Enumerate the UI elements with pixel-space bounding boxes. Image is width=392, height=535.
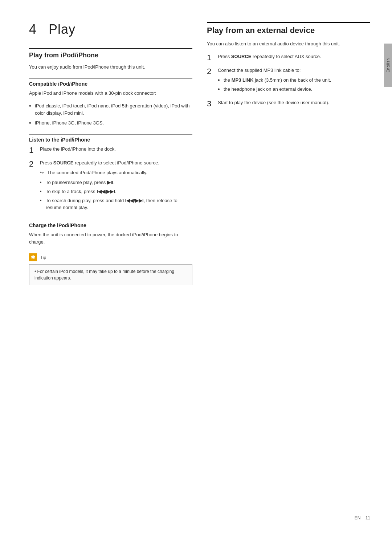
step-2-bold: SOURCE [53, 160, 74, 166]
arrow-text: The connected iPod/iPhone plays automati… [47, 169, 147, 176]
external-intro: You can also listen to an external audio… [207, 40, 370, 48]
sub-step-bullet-1: • To pause/resume play, press ▶II. [40, 179, 192, 187]
listen-steps: 1 Place the iPod/iPhone into the dock. 2… [29, 146, 192, 213]
subsection-charge: Charge the iPod/iPhone [29, 220, 192, 228]
step-number-2: 2 [29, 159, 40, 169]
right-column: Play from an external device You can als… [207, 22, 370, 513]
step-1-text: Place the iPod/iPhone into the dock. [40, 146, 116, 152]
ext-b1-prefix: the [224, 77, 232, 83]
ext-step-number-1: 1 [207, 53, 218, 62]
sub-b2-suffix: . [115, 189, 117, 194]
right-section-heading: Play from an external device [207, 22, 370, 35]
ext-step-3: 3 Start to play the device (see the devi… [207, 99, 370, 109]
compatible-intro: Apple iPod and iPhone models with a 30-p… [29, 90, 192, 97]
sub-bullet-2-text: To skip to a track, press I◀◀/▶▶I. [46, 188, 117, 195]
charge-intro: When the unit is connected to power, the… [29, 231, 192, 246]
tip-header: ✱ Tip [29, 253, 192, 261]
ext-step-3-content: Start to play the device (see the device… [218, 99, 370, 107]
subsection-listen: Listen to the iPod/iPhone [29, 134, 192, 143]
sub-b3-bold: I◀◀/▶▶I [125, 198, 144, 203]
list-item: • iPod classic, iPod touch, iPod nano, i… [29, 102, 192, 118]
tip-content: For certain iPod models, it may take up … [34, 269, 174, 281]
ext-step-2: 2 Connect the supplied MP3 link cable to… [207, 67, 370, 94]
ext-b1-bold: MP3 LINK [232, 77, 254, 83]
sub-step-arrow-item: ↪ The connected iPod/iPhone plays automa… [40, 169, 192, 177]
step-number-1: 1 [29, 146, 40, 155]
compatible-list: • iPod classic, iPod touch, iPod nano, i… [29, 102, 192, 127]
content-area: 4 Play Play from iPod/iPhone You can enj… [7, 0, 385, 535]
sub-bullet-3-text: To search during play, press and hold I◀… [46, 197, 192, 211]
sub-b2-prefix: To skip to a track, press [46, 189, 97, 194]
tip-bullet: • [34, 269, 37, 274]
tip-section: ✱ Tip • For certain iPod models, it may … [29, 253, 192, 285]
tip-text: • For certain iPod models, it may take u… [34, 268, 187, 281]
bullet-dot: • [29, 102, 35, 110]
tip-label: Tip [40, 255, 46, 260]
sub-b2-bold: I◀◀/▶▶I [97, 189, 115, 194]
ext-step-2-content: Connect the supplied MP3 link cable to: … [218, 67, 370, 94]
page-footer: EN 11 [355, 515, 370, 520]
compatible-item-2: iPhone, iPhone 3G, iPhone 3GS. [35, 119, 104, 127]
ext-b2-text: the headphone jack on an external device… [224, 86, 312, 93]
section-heading-ipod: Play from iPod/iPhone [29, 48, 192, 59]
bullet-sym-3: • [40, 197, 46, 205]
step-2-prefix: Press [40, 160, 53, 166]
chapter-heading: 4 Play [29, 22, 192, 37]
step-2-suffix: repeatedly to select iPod/iPhone source. [73, 160, 159, 166]
ext-step-1-content: Press SOURCE repeatedly to select AUX so… [218, 53, 370, 61]
subsection-compatible: Compatible iPod/iPhone [29, 78, 192, 87]
compatible-item-1: iPod classic, iPod touch, iPod nano, iPo… [35, 102, 192, 118]
ext-bullet-1: • the MP3 LINK jack (3.5mm) on the back … [218, 77, 370, 84]
step-2-sub-arrow: ↪ The connected iPod/iPhone plays automa… [40, 169, 192, 177]
sub-b1-suffix: . [113, 180, 115, 185]
footer-lang: EN [355, 515, 361, 520]
sub-b1-prefix: To pause/resume play, press [46, 180, 107, 185]
chapter-title: Play [49, 22, 75, 37]
ext-s1-bold: SOURCE [231, 54, 252, 59]
step-2-content: Press SOURCE repeatedly to select iPod/i… [40, 159, 192, 212]
ext-step-1: 1 Press SOURCE repeatedly to select AUX … [207, 53, 370, 62]
ipod-intro: You can enjoy audio from iPod/iPhone thr… [29, 64, 192, 71]
ext-bullet-2: • the headphone jack on an external devi… [218, 86, 370, 93]
ext-s2-text: Connect the supplied MP3 link cable to: [218, 68, 301, 73]
tip-box: • For certain iPod models, it may take u… [29, 264, 192, 285]
ext-b1-text: the MP3 LINK jack (3.5mm) on the back of… [224, 77, 331, 84]
chapter-number: 4 [29, 22, 37, 37]
left-column: 4 Play Play from iPod/iPhone You can enj… [29, 22, 192, 513]
ext-step-number-2: 2 [207, 67, 218, 76]
ext-s3-text: Start to play the device (see the device… [218, 100, 329, 105]
list-item: • iPhone, iPhone 3G, iPhone 3GS. [29, 119, 192, 127]
ext-b2-prefix: the headphone jack on an external device… [224, 86, 312, 92]
ext-step-number-3: 3 [207, 99, 218, 109]
bullet-dot: • [29, 119, 35, 127]
sub-step-bullet-2: • To skip to a track, press I◀◀/▶▶I. [40, 188, 192, 196]
step-1-content: Place the iPod/iPhone into the dock. [40, 146, 192, 153]
bullet-dot: • [218, 86, 224, 93]
sub-b3-prefix: To search during play, press and hold [46, 198, 125, 203]
step-1: 1 Place the iPod/iPhone into the dock. [29, 146, 192, 155]
side-tab: English [384, 44, 392, 87]
sub-b1-bold: ▶II [107, 180, 113, 185]
ext-b1-suffix: jack (3.5mm) on the back of the unit. [253, 77, 331, 83]
sub-bullet-1-text: To pause/resume play, press ▶II. [46, 179, 115, 186]
side-tab-text: English [386, 58, 390, 73]
arrow-symbol: ↪ [40, 169, 47, 177]
step-2: 2 Press SOURCE repeatedly to select iPod… [29, 159, 192, 212]
external-steps: 1 Press SOURCE repeatedly to select AUX … [207, 53, 370, 109]
step-2-sub-bullets: • To pause/resume play, press ▶II. • To … [40, 179, 192, 211]
footer-page-number: 11 [366, 515, 370, 520]
tip-icon: ✱ [29, 253, 37, 261]
bullet-dot: • [218, 77, 224, 84]
ext-s1-suffix: repeatedly to select AUX source. [251, 54, 321, 59]
sub-step-bullet-3: • To search during play, press and hold … [40, 197, 192, 211]
page: English 4 Play Play from iPod/iPhone You… [0, 0, 392, 535]
bullet-sym-2: • [40, 188, 46, 196]
ext-s1-prefix: Press [218, 54, 231, 59]
ext-step-2-bullets: • the MP3 LINK jack (3.5mm) on the back … [218, 77, 370, 93]
bullet-sym-1: • [40, 179, 46, 187]
